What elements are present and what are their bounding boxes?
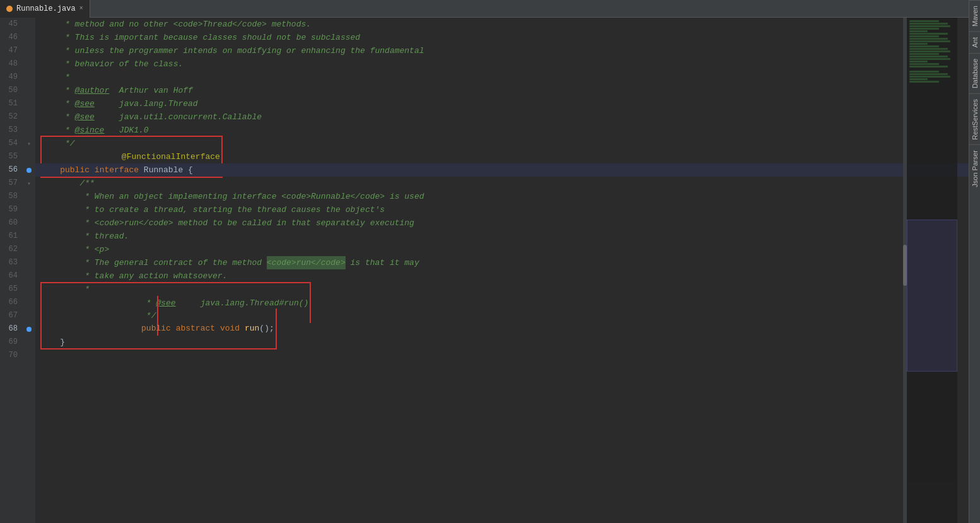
minimap[interactable] [907, 18, 957, 523]
minimap-line [909, 25, 950, 27]
minimap-line [909, 33, 948, 35]
minimap-viewport [907, 220, 957, 371]
editor-area: Runnable.java × ✓ 45 46 47 48 49 50 51 5… [0, 0, 969, 523]
minimap-line [909, 73, 948, 75]
code-line-50: * @author Arthur van Hoff [35, 84, 969, 97]
code-line-63: * The general contract of the method <co… [35, 256, 969, 269]
minimap-line [909, 78, 928, 80]
code-line-45: * method and no other <code>Thread</code… [35, 18, 969, 31]
minimap-line [909, 50, 950, 52]
minimap-line [909, 23, 948, 25]
code-line-68: public abstract void run(); [35, 322, 969, 336]
code-line-47: * unless the programmer intends on modif… [35, 44, 969, 57]
tab-bar: Runnable.java × [0, 0, 969, 18]
gutter-column: ▾ ▾ [23, 18, 35, 523]
ant-panel-tab[interactable]: Ant [969, 32, 980, 53]
java-file-icon [6, 6, 13, 12]
code-line-57: /** [35, 177, 969, 190]
minimap-line [909, 53, 939, 55]
minimap-line [909, 76, 950, 78]
minimap-line [909, 83, 955, 85]
code-line-51: * @see java.lang.Thread [35, 97, 969, 110]
code-line-48: * behavior of the class. [35, 57, 969, 71]
minimap-line [909, 28, 939, 30]
breakpoint-marker-56[interactable] [26, 168, 32, 173]
code-line-55: @FunctionalInterface [35, 150, 969, 163]
minimap-line [909, 30, 928, 32]
right-side-panels: Maven Ant Database RestServices Json Par… [969, 0, 980, 523]
minimap-line [909, 35, 939, 37]
tab-close-button[interactable]: × [79, 5, 83, 12]
code-container: ✓ 45 46 47 48 49 50 51 52 53 54 55 56 57… [0, 18, 969, 523]
code-line-70 [35, 349, 969, 362]
line-numbers-column: 45 46 47 48 49 50 51 52 53 54 55 56 57 5… [0, 18, 23, 523]
code-line-49: * [35, 71, 969, 84]
code-line-66: * @see java.lang.Thread#run() [35, 296, 969, 309]
minimap-line [909, 61, 928, 62]
database-panel-tab[interactable]: Database [969, 53, 980, 93]
minimap-line [909, 38, 948, 40]
minimap-line [909, 45, 939, 47]
minimap-line [909, 81, 939, 83]
minimap-content [907, 18, 957, 88]
code-scroll-area[interactable]: ✓ 45 46 47 48 49 50 51 52 53 54 55 56 57… [0, 18, 969, 523]
fold-icon-57[interactable]: ▾ [27, 180, 31, 187]
code-line-69: } [35, 336, 969, 349]
code-line-46: * This is important because classes shou… [35, 31, 969, 44]
code-line-61: * thread. [35, 230, 969, 243]
tab-filename: Runnable.java [16, 4, 76, 13]
code-line-60: * <code>run</code> method to be called i… [35, 216, 969, 230]
minimap-line [909, 40, 950, 42]
minimap-line [909, 66, 948, 68]
minimap-line [909, 68, 955, 70]
jsonparser-panel-tab[interactable]: Json Parser [969, 144, 980, 192]
breakpoint-marker-68[interactable] [26, 327, 32, 332]
code-lines: * method and no other <code>Thread</code… [35, 18, 969, 523]
code-line-62: * <p> [35, 243, 969, 256]
minimap-line [909, 20, 939, 22]
minimap-line [909, 63, 939, 65]
code-line-64: * take any action whatsoever. [35, 269, 969, 283]
code-line-56: public interface Runnable { [35, 163, 969, 177]
restservices-panel-tab[interactable]: RestServices [969, 93, 980, 145]
minimap-line [909, 48, 948, 50]
minimap-line [909, 43, 928, 45]
minimap-line [909, 56, 948, 57]
code-line-52: * @see java.util.concurrent.Callable [35, 110, 969, 124]
code-line-59: * to create a thread, starting the threa… [35, 203, 969, 216]
minimap-line [909, 58, 950, 60]
fold-icon-54[interactable]: ▾ [27, 140, 31, 148]
file-tab[interactable]: Runnable.java × [0, 0, 90, 18]
maven-panel-tab[interactable]: Maven [969, 0, 980, 32]
code-line-53: * @since JDK1.0 [35, 124, 969, 137]
code-line-58: * When an object implementing interface … [35, 190, 969, 203]
minimap-line [909, 71, 939, 73]
